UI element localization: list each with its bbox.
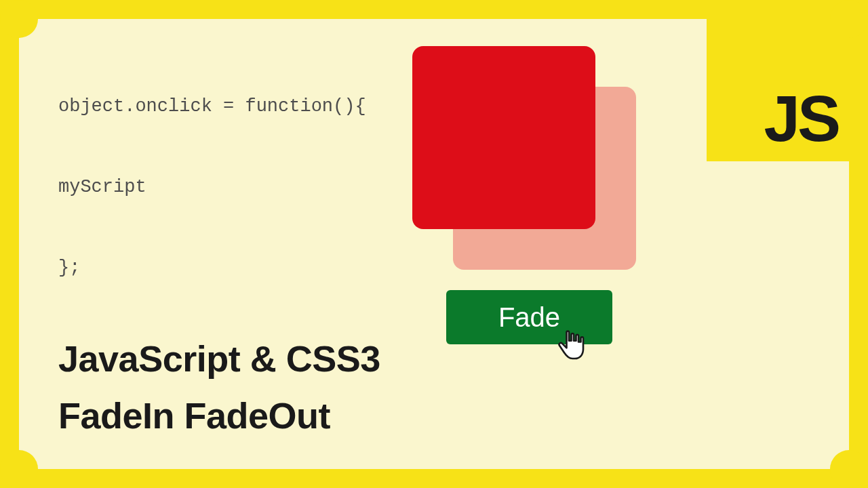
js-logo-badge: JS: [707, 19, 849, 161]
title-line-2: FadeIn FadeOut: [58, 388, 380, 445]
notch-top-left: [0, 0, 38, 38]
code-snippet: object.onclick = function(){ myScript };: [58, 87, 366, 288]
fade-button[interactable]: Fade: [446, 290, 612, 344]
code-line-3: };: [58, 258, 80, 278]
fade-demo-squares: [412, 46, 656, 270]
code-line-2: myScript: [58, 177, 146, 197]
slide-title: JavaScript & CSS3 FadeIn FadeOut: [58, 331, 380, 444]
content-card: object.onclick = function(){ myScript };…: [19, 19, 849, 469]
code-line-1: object.onclick = function(){: [58, 96, 366, 117]
js-logo-text: JS: [764, 81, 838, 156]
title-line-1: JavaScript & CSS3: [58, 331, 380, 388]
fade-button-label: Fade: [498, 302, 560, 333]
square-solid: [412, 46, 595, 229]
